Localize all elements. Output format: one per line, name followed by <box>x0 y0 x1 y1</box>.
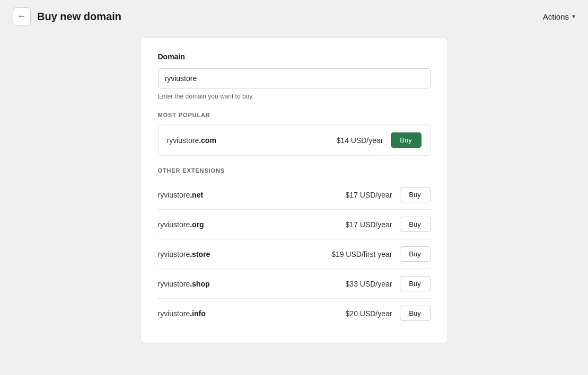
domain-tld-com: .com <box>199 136 216 145</box>
domain-base-shop: ryviustore <box>158 280 190 288</box>
domain-base-net: ryviustore <box>158 191 190 199</box>
domain-section-title: Domain <box>158 52 431 61</box>
back-icon: ← <box>17 12 26 21</box>
domain-right-org: $17 USD/year Buy <box>346 217 431 232</box>
main-content: Domain Enter the domain you want to buy.… <box>0 33 588 347</box>
domain-price-org: $17 USD/year <box>346 220 392 229</box>
domain-item-com: ryviustore.com $14 USD/year Buy <box>167 125 422 155</box>
domain-price-info: $20 USD/year <box>346 309 392 318</box>
domain-base-com: ryviustore <box>167 136 199 145</box>
buy-button-info[interactable]: Buy <box>400 306 431 321</box>
most-popular-section: ryviustore.com $14 USD/year Buy <box>158 124 431 156</box>
domain-price-shop: $33 USD/year <box>346 280 392 288</box>
other-extensions-label: OTHER EXTENSIONS <box>158 167 431 174</box>
domain-name-com: ryviustore.com <box>167 136 216 145</box>
domain-price-com: $14 USD/year <box>337 136 383 145</box>
domain-name-org: ryviustore.org <box>158 220 204 229</box>
domain-price-net: $17 USD/year <box>346 191 392 199</box>
actions-label: Actions <box>543 12 569 21</box>
domain-name-net: ryviustore.net <box>158 191 204 199</box>
domain-item-info: ryviustore.info $20 USD/year Buy <box>158 299 431 328</box>
domain-input[interactable] <box>158 68 431 88</box>
buy-button-com[interactable]: Buy <box>391 132 422 148</box>
domain-name-store: ryviustore.store <box>158 250 210 258</box>
domain-card: Domain Enter the domain you want to buy.… <box>141 37 448 343</box>
buy-button-net[interactable]: Buy <box>400 187 431 202</box>
buy-button-store[interactable]: Buy <box>400 246 431 262</box>
domain-tld-org: .org <box>190 220 204 229</box>
domain-item-org: ryviustore.org $17 USD/year Buy <box>158 210 431 239</box>
domain-tld-shop: .shop <box>190 280 209 288</box>
domain-tld-net: .net <box>190 191 203 199</box>
buy-button-shop[interactable]: Buy <box>400 276 431 291</box>
domain-item-store: ryviustore.store $19 USD/first year Buy <box>158 239 431 269</box>
domain-right-store: $19 USD/first year Buy <box>331 246 430 262</box>
domain-right-shop: $33 USD/year Buy <box>346 276 431 291</box>
domain-price-store: $19 USD/first year <box>331 250 392 258</box>
chevron-down-icon: ▾ <box>572 13 575 20</box>
header-left: ← Buy new domain <box>13 7 121 25</box>
domain-base-store: ryviustore <box>158 250 190 258</box>
domain-tld-store: .store <box>190 250 210 258</box>
most-popular-label: MOST POPULAR <box>158 112 431 118</box>
buy-button-org[interactable]: Buy <box>400 217 431 232</box>
domain-input-hint: Enter the domain you want to buy. <box>158 93 431 100</box>
domain-name-shop: ryviustore.shop <box>158 280 210 288</box>
domain-name-info: ryviustore.info <box>158 309 206 318</box>
domain-right-com: $14 USD/year Buy <box>337 132 422 148</box>
other-extensions-list: ryviustore.net $17 USD/year Buy ryviusto… <box>158 180 431 328</box>
domain-item-shop: ryviustore.shop $33 USD/year Buy <box>158 269 431 299</box>
back-button[interactable]: ← <box>13 7 31 25</box>
actions-button[interactable]: Actions ▾ <box>543 12 575 21</box>
domain-item-net: ryviustore.net $17 USD/year Buy <box>158 180 431 210</box>
domain-base-org: ryviustore <box>158 220 190 229</box>
domain-tld-info: .info <box>190 309 206 318</box>
page-title: Buy new domain <box>37 11 121 23</box>
domain-right-info: $20 USD/year Buy <box>346 306 431 321</box>
domain-right-net: $17 USD/year Buy <box>346 187 431 202</box>
domain-base-info: ryviustore <box>158 309 190 318</box>
header: ← Buy new domain Actions ▾ <box>0 0 588 33</box>
